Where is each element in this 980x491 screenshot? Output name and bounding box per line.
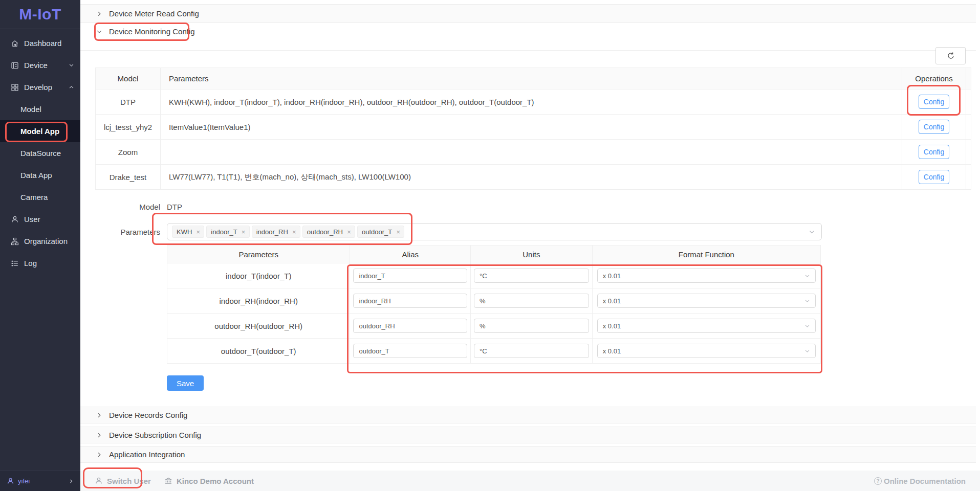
parameter-config-table: Parameters Alias Units Format Function i… — [167, 245, 821, 364]
chevron-down-icon — [96, 29, 102, 35]
chevron-right-icon — [96, 432, 102, 438]
chevron-down-icon — [804, 273, 810, 279]
model-cell: lcj_tesst_yhy2 — [96, 115, 161, 139]
model-field-value: DTP — [167, 203, 182, 211]
sidebar-item-label: User — [24, 215, 40, 224]
sidebar-item-model[interactable]: Model — [0, 98, 80, 120]
param-row: indoor_RH(indoor_RH) x 0.01 — [167, 288, 820, 314]
switch-user-button[interactable]: Switch User — [95, 477, 151, 485]
chevron-down-icon — [809, 229, 815, 235]
refresh-icon — [947, 52, 955, 60]
column-header-parameters: Parameters — [167, 246, 350, 263]
grid-icon — [11, 83, 19, 92]
sidebar-item-data-app[interactable]: Data App — [0, 164, 80, 186]
footer-bar: Switch User Kinco Demo Account ? Online … — [80, 471, 980, 491]
table-scrollbar-gutter — [966, 90, 971, 114]
units-input[interactable] — [474, 319, 589, 333]
alias-input[interactable] — [353, 344, 467, 358]
sidebar-item-model-app[interactable]: Model App — [0, 120, 80, 142]
selected-format: x 0.01 — [603, 297, 621, 305]
sidebar-item-log[interactable]: Log — [0, 252, 80, 274]
sidebar-item-dashboard[interactable]: Dashboard — [0, 32, 80, 54]
parameter-name: outdoor_RH(outdoor_RH) — [167, 314, 350, 338]
sidebar-item-label: DataSource — [20, 149, 61, 158]
param-table-header: Parameters Alias Units Format Function — [167, 246, 820, 263]
config-button[interactable]: Config — [919, 95, 949, 109]
tag-close-icon[interactable] — [194, 228, 202, 236]
config-button[interactable]: Config — [919, 145, 949, 159]
account-name: Kinco Demo Account — [177, 477, 254, 485]
column-header-operations: Operations — [902, 68, 966, 89]
parameter-tag: outdoor_T — [357, 226, 404, 238]
user-icon — [7, 477, 14, 485]
sidebar-item-camera[interactable]: Camera — [0, 186, 80, 208]
switch-user-label: Switch User — [107, 477, 151, 485]
tag-close-icon[interactable] — [291, 228, 298, 236]
tag-close-icon[interactable] — [345, 228, 353, 236]
table-scrollbar-gutter — [966, 115, 971, 139]
selected-format: x 0.01 — [603, 322, 621, 330]
section-device-subscription-config[interactable]: Device Subscription Config — [80, 427, 976, 443]
units-input[interactable] — [474, 344, 589, 358]
app-root: M-IoT Dashboard Device — [0, 0, 980, 491]
config-button[interactable]: Config — [919, 170, 949, 184]
sidebar-item-user[interactable]: User — [0, 208, 80, 230]
format-function-select[interactable]: x 0.01 — [597, 344, 816, 358]
column-header-units: Units — [471, 246, 593, 263]
section-device-meter-read-config[interactable]: Device Meter Read Config — [80, 4, 976, 23]
tag-label: KWH — [177, 228, 192, 236]
tag-close-icon[interactable] — [395, 228, 402, 236]
config-button[interactable]: Config — [919, 120, 949, 134]
sidebar-user-bar[interactable]: yifei — [0, 471, 80, 491]
sidebar-item-label: Dashboard — [24, 39, 61, 48]
param-row: outdoor_T(outdoor_T) x 0.01 — [167, 339, 820, 364]
sidebar-menu: Dashboard Device Develop — [0, 29, 80, 274]
format-function-select[interactable]: x 0.01 — [597, 269, 816, 283]
sidebar-item-label: Log — [24, 259, 37, 267]
sidebar-item-datasource[interactable]: DataSource — [0, 142, 80, 164]
units-input[interactable] — [474, 269, 589, 283]
sidebar-item-organization[interactable]: Organization — [0, 230, 80, 252]
parameters-cell: LW77(LW77), T1(T1), 번호(mach_no), 상태(mach… — [161, 165, 902, 189]
alias-input[interactable] — [353, 294, 467, 308]
online-documentation-link[interactable]: ? Online Documentation — [874, 477, 966, 485]
tag-close-icon[interactable] — [240, 228, 247, 236]
chevron-right-icon — [69, 479, 74, 484]
main-content: Device Meter Read Config Device Monitori… — [80, 0, 980, 491]
user-icon — [11, 215, 19, 224]
sidebar: M-IoT Dashboard Device — [0, 0, 80, 491]
tag-label: indoor_RH — [256, 228, 288, 236]
sidebar-item-develop[interactable]: Develop — [0, 76, 80, 98]
format-function-select[interactable]: x 0.01 — [597, 319, 816, 333]
chevron-right-icon — [96, 452, 102, 458]
refresh-button[interactable] — [935, 47, 966, 64]
parameters-cell: KWH(KWH), indoor_T(indoor_T), indoor_RH(… — [161, 90, 902, 114]
sidebar-item-label: Model — [20, 105, 41, 114]
sidebar-item-label: Model App — [20, 127, 59, 136]
alias-input[interactable] — [353, 319, 467, 333]
sidebar-item-label: Camera — [20, 193, 48, 202]
table-row: lcj_tesst_yhy2 ItemValue1(ItemValue1) Co… — [96, 115, 971, 140]
section-device-records-config[interactable]: Device Records Config — [80, 407, 976, 423]
parameters-multiselect[interactable]: KWH indoor_T indoor_RH outdoor_RH outdoo… — [167, 223, 822, 240]
units-input[interactable] — [474, 294, 589, 308]
chevron-right-icon — [96, 412, 102, 418]
sidebar-item-device[interactable]: Device — [0, 54, 80, 76]
section-device-monitoring-config[interactable]: Device Monitoring Config — [80, 23, 976, 51]
section-application-integration[interactable]: Application Integration — [80, 446, 976, 463]
column-header-alias: Alias — [350, 246, 471, 263]
save-button[interactable]: Save — [167, 375, 204, 391]
selected-format: x 0.01 — [603, 347, 621, 355]
alias-input[interactable] — [353, 269, 467, 283]
tag-label: outdoor_RH — [307, 228, 343, 236]
docs-label: Online Documentation — [884, 477, 966, 485]
parameters-cell: ItemValue1(ItemValue1) — [161, 115, 902, 139]
chevron-down-icon — [69, 62, 74, 68]
model-cell: Zoom — [96, 140, 161, 164]
parameter-tag: KWH — [172, 226, 204, 238]
table-row: Drake_test LW77(LW77), T1(T1), 번호(mach_n… — [96, 165, 971, 190]
chevron-down-icon — [804, 298, 810, 304]
parameter-name: indoor_RH(indoor_RH) — [167, 288, 350, 313]
format-function-select[interactable]: x 0.01 — [597, 294, 816, 308]
param-row: outdoor_RH(outdoor_RH) x 0.01 — [167, 314, 820, 339]
